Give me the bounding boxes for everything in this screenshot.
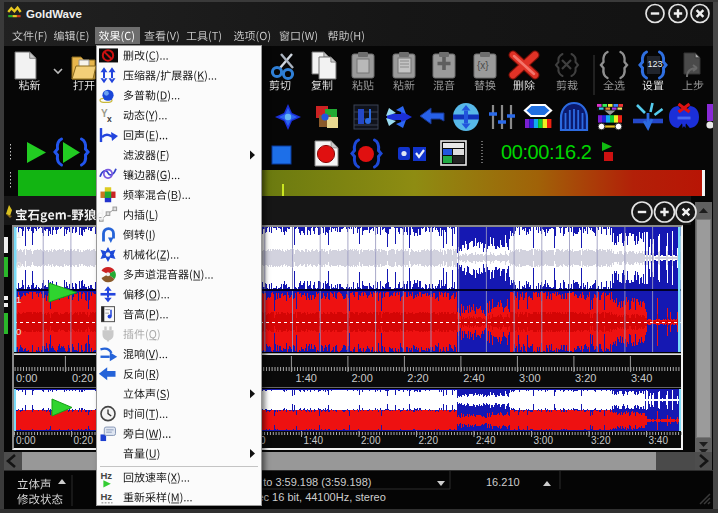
svg-text:3:20: 3:20	[575, 372, 596, 384]
svg-text:00:00:16.2: 00:00:16.2	[501, 141, 592, 163]
svg-text:1:40: 1:40	[304, 435, 324, 446]
svg-text:3:00: 3:00	[534, 435, 554, 446]
svg-text:3:20: 3:20	[591, 435, 611, 446]
svg-text:0:20: 0:20	[74, 435, 94, 446]
svg-text:2:00: 2:00	[361, 435, 381, 446]
svg-text:2:20: 2:20	[407, 372, 428, 384]
svg-text:3:40: 3:40	[631, 372, 652, 384]
svg-text:2:40: 2:40	[476, 435, 496, 446]
svg-text:16.210: 16.210	[486, 476, 520, 488]
svg-text:2:20: 2:20	[419, 435, 439, 446]
svg-text:2:40: 2:40	[463, 372, 484, 384]
svg-text:GoldWave: GoldWave	[26, 8, 82, 20]
svg-text:1:40: 1:40	[296, 372, 317, 384]
svg-text:1: 1	[16, 294, 21, 305]
svg-text:2:00: 2:00	[351, 372, 372, 384]
svg-text:0:00: 0:00	[16, 372, 37, 384]
svg-text:123: 123	[648, 59, 663, 69]
svg-text:0:20: 0:20	[72, 372, 93, 384]
svg-text:0: 0	[16, 259, 21, 270]
svg-text:{x}: {x}	[477, 60, 489, 71]
svg-text:0:00: 0:00	[16, 435, 36, 446]
svg-text:3:00: 3:00	[519, 372, 540, 384]
svg-text:0 to 3:59.198 (3:59.198): 0 to 3:59.198 (3:59.198)	[254, 476, 371, 488]
svg-text:0: 0	[16, 326, 21, 337]
svg-text:3:40: 3:40	[649, 435, 669, 446]
svg-text:lec 16 bit, 44100Hz, stereo: lec 16 bit, 44100Hz, stereo	[255, 491, 386, 503]
svg-text:1: 1	[16, 229, 21, 240]
